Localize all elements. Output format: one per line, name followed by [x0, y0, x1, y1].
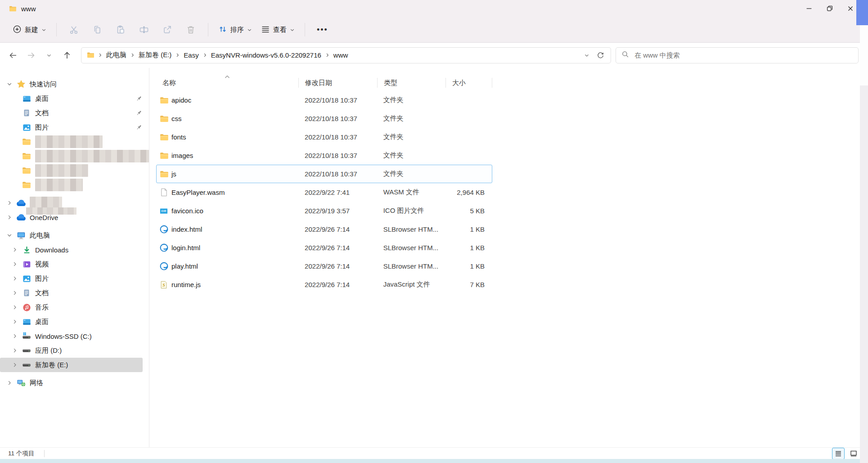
sidebar-item-folder-redacted-1[interactable]: [0, 135, 149, 149]
share-button[interactable]: [157, 22, 177, 38]
chevron-right-icon[interactable]: [9, 247, 21, 252]
pin-icon: [135, 124, 143, 131]
sidebar-item-music[interactable]: 音乐: [0, 300, 149, 315]
file-size: 5 KB: [445, 207, 492, 215]
sidebar-item-drive-d[interactable]: 应用 (D:): [0, 343, 149, 358]
chevron-right-icon[interactable]: [4, 380, 15, 386]
sidebar-item-network[interactable]: 网络: [0, 376, 149, 390]
breadcrumb-segment[interactable]: 此电脑: [103, 49, 130, 61]
sort-button[interactable]: 排序: [214, 22, 256, 38]
breadcrumb-chevron-icon: [202, 53, 207, 58]
file-name: apidoc: [171, 96, 191, 104]
minimize-button[interactable]: [799, 0, 819, 17]
column-header-type[interactable]: 类型: [377, 78, 445, 88]
column-header-size[interactable]: 大小: [445, 78, 492, 88]
file-row-index.html[interactable]: index.html2022/9/26 7:14SLBrowser HTM...…: [156, 220, 492, 238]
up-button[interactable]: [59, 48, 75, 63]
window-controls: [799, 0, 861, 17]
sidebar-item-documents[interactable]: 文档: [0, 286, 149, 300]
sidebar-item-folder-redacted-4[interactable]: [0, 178, 149, 192]
chevron-down-icon[interactable]: [4, 81, 15, 87]
file-row-login.html[interactable]: login.html2022/9/26 7:14SLBrowser HTM...…: [156, 238, 492, 257]
restore-button[interactable]: [819, 0, 840, 17]
chevron-right-icon[interactable]: [9, 261, 21, 267]
sidebar-item-folder-redacted-2[interactable]: [0, 149, 149, 163]
drive-icon: [21, 360, 32, 369]
details-view-button[interactable]: [832, 448, 845, 459]
chevron-right-icon[interactable]: [4, 215, 15, 220]
sidebar-item-label: 图片: [35, 274, 49, 283]
column-header-date[interactable]: 修改日期: [298, 78, 377, 88]
sidebar-item-this-pc[interactable]: 此电脑: [0, 228, 149, 243]
chevron-right-icon[interactable]: [9, 362, 21, 368]
paste-button[interactable]: [111, 22, 130, 38]
file-name-cell: Sruntime.js: [157, 281, 298, 289]
breadcrumb-chevron-icon: [325, 53, 330, 58]
rename-button[interactable]: [134, 22, 154, 38]
sidebar-item-videos[interactable]: 视频: [0, 257, 149, 271]
search-box[interactable]: [616, 47, 859, 63]
file-name-cell: js: [157, 170, 298, 179]
breadcrumb-segment[interactable]: 新加卷 (E:): [135, 49, 175, 61]
file-row-images[interactable]: images2022/10/18 10:37文件夹: [156, 146, 492, 165]
file-type: 文件夹: [377, 96, 445, 104]
sidebar-item-pictures-pinned[interactable]: 图片: [0, 120, 149, 135]
address-dropdown-button[interactable]: [580, 49, 594, 62]
chevron-right-icon[interactable]: [9, 348, 21, 353]
document-icon: [21, 289, 32, 297]
picture-icon: [21, 274, 32, 283]
refresh-button[interactable]: [594, 49, 607, 62]
new-button[interactable]: 新建: [8, 22, 51, 38]
chevron-right-icon[interactable]: [9, 276, 21, 281]
cut-button[interactable]: [64, 22, 84, 38]
chevron-right-icon[interactable]: [4, 200, 15, 206]
delete-button[interactable]: [181, 22, 201, 38]
sidebar-item-documents-pinned[interactable]: 文档: [0, 106, 149, 120]
file-date: 2022/10/18 10:37: [298, 115, 377, 122]
chevron-right-icon[interactable]: [9, 290, 21, 296]
sidebar-item-downloads[interactable]: Downloads: [0, 243, 149, 257]
file-row-js[interactable]: js2022/10/18 10:37文件夹: [156, 165, 492, 183]
back-button[interactable]: [5, 48, 21, 63]
more-options-button[interactable]: •••: [310, 25, 334, 35]
file-row-play.html[interactable]: play.html2022/9/26 7:14SLBrowser HTM...1…: [156, 257, 492, 275]
thumbnail-view-button[interactable]: [847, 448, 860, 459]
file-type: WASM 文件: [377, 188, 445, 197]
search-input[interactable]: [634, 51, 853, 59]
file-row-EasyPlayer.wasm[interactable]: EasyPlayer.wasm2022/9/22 7:41WASM 文件2,96…: [156, 183, 492, 202]
sidebar-item-pictures[interactable]: 图片: [0, 271, 149, 286]
copy-button[interactable]: [87, 22, 107, 38]
chevron-down-icon[interactable]: [4, 233, 15, 238]
address-bar[interactable]: 此电脑新加卷 (E:)EasyEasyNVR-windows-v5.6.0-22…: [81, 47, 611, 63]
breadcrumb-segment[interactable]: www: [330, 49, 351, 61]
sidebar-item-quick-access[interactable]: 快速访问: [0, 77, 149, 91]
sidebar-item-desktop-pinned[interactable]: 桌面: [0, 91, 149, 106]
file-type: SLBrowser HTM...: [377, 244, 445, 252]
chevron-down-icon: [41, 26, 46, 34]
chevron-right-icon[interactable]: [9, 319, 21, 324]
folder-icon: [160, 114, 171, 123]
breadcrumb-segment[interactable]: Easy: [180, 49, 202, 61]
forward-button[interactable]: [23, 48, 39, 63]
chevron-right-icon[interactable]: [9, 333, 21, 339]
file-row-favicon.ico[interactable]: EVRfavicon.ico2022/9/19 3:57ICO 图片文件5 KB: [156, 202, 492, 220]
view-toggles: [832, 448, 860, 459]
chevron-right-icon[interactable]: [9, 305, 21, 310]
sidebar-item-drive-e[interactable]: 新加卷 (E:): [0, 358, 143, 372]
sidebar-item-desktop[interactable]: 桌面: [0, 315, 149, 329]
redacted-label: [35, 135, 103, 148]
breadcrumb-segment[interactable]: EasyNVR-windows-v5.6.0-22092716: [208, 49, 324, 61]
cloud-icon: [15, 200, 27, 207]
file-ico-icon: EVR: [160, 207, 171, 215]
file-name: index.html: [171, 225, 202, 233]
sidebar-item-drive-c[interactable]: Windows-SSD (C:): [0, 329, 149, 343]
file-row-fonts[interactable]: fonts2022/10/18 10:37文件夹: [156, 128, 492, 146]
sidebar-item-folder-redacted-3[interactable]: [0, 163, 149, 178]
folder-icon: [21, 166, 32, 175]
file-row-css[interactable]: css2022/10/18 10:37文件夹: [156, 109, 492, 128]
recent-locations-button[interactable]: [41, 48, 57, 63]
file-row-apidoc[interactable]: apidoc2022/10/18 10:37文件夹: [156, 91, 492, 109]
file-row-runtime.js[interactable]: Sruntime.js2022/9/26 7:14JavaScript 文件7 …: [156, 275, 492, 294]
svg-text:EVR: EVR: [162, 210, 166, 212]
view-button[interactable]: 查看: [256, 22, 299, 38]
